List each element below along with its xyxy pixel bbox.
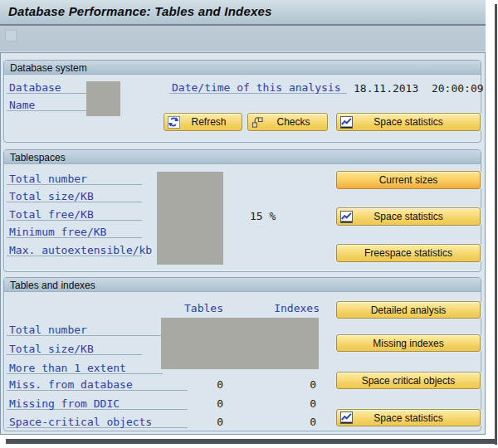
screenshot-shadow-right [495, 4, 497, 445]
refresh-button-label: Refresh [179, 116, 226, 128]
missing-indexes-button-label: Missing indexes [373, 338, 443, 349]
checks-button[interactable]: Checks [247, 113, 328, 131]
line-chart-icon [340, 116, 353, 129]
line-chart-icon [340, 411, 353, 424]
ts-minimum-free-label: Minimum free/KB [7, 226, 142, 238]
group-tables-indexes-header: Tables and indexes [4, 278, 481, 292]
missing-from-database-indexes-value: 0 [266, 378, 316, 391]
ts-total-free-label: Total free/KB [7, 208, 142, 221]
column-header-tables: Tables [152, 302, 223, 314]
refresh-button[interactable]: Refresh [164, 113, 242, 131]
detailed-analysis-button[interactable]: Detailed analysis [336, 301, 481, 319]
ts-total-size-label: Total size/KB [7, 190, 142, 202]
screenshot-shadow-bottom [6, 439, 497, 444]
refresh-icon [168, 116, 180, 129]
ti-more-than-1-extent-label: More than 1 extent [7, 362, 163, 374]
ti-missing-from-ddic-label: Missing from DDIC [7, 397, 188, 410]
application-toolbar [0, 26, 486, 52]
space-critical-objects-button-label: Space critical objects [362, 375, 456, 387]
page-title: Database Performance: Tables and Indexes [8, 4, 272, 18]
space-critical-tables-value: 0 [173, 416, 223, 428]
ti-total-number-label: Total number [7, 324, 163, 336]
redacted-tables-indexes-values [161, 318, 319, 369]
space-statistics-button-ts-label: Space statistics [374, 211, 442, 222]
current-sizes-button[interactable]: Current sizes [336, 171, 481, 189]
missing-from-ddic-indexes-value: 0 [266, 397, 316, 410]
datetime-analysis-value: 18.11.2013 20:00:09 [354, 82, 484, 95]
group-tablespaces-header: Tablespaces [4, 150, 481, 164]
toolbar-chip [5, 30, 17, 41]
ts-total-number-label: Total number [7, 173, 142, 185]
name-field-label: Name [7, 99, 88, 111]
space-statistics-button-ts[interactable]: Space statistics [336, 207, 481, 226]
redacted-database-name-value [86, 81, 120, 116]
space-statistics-button-db-label: Space statistics [374, 116, 442, 128]
freespace-statistics-button[interactable]: Freespace statistics [336, 244, 481, 262]
ti-missing-from-database-label: Miss. from database [7, 378, 188, 391]
group-tables-indexes: Tables and indexes Tables Indexes Total … [3, 277, 481, 431]
redacted-tablespace-values [157, 172, 223, 265]
space-critical-indexes-value: 0 [266, 416, 316, 428]
datetime-analysis-label: Date/time of this analysis [169, 81, 347, 94]
missing-indexes-button[interactable]: Missing indexes [336, 334, 481, 352]
database-field-label: Database [7, 81, 88, 94]
group-tablespaces: Tablespaces Total number Total size/KB T… [3, 149, 481, 272]
missing-from-ddic-tables-value: 0 [173, 397, 223, 410]
ts-max-autoextensible-label: Max. autoextensible/kb [7, 244, 142, 256]
sap-screen: Database Performance: Tables and Indexes… [0, 0, 498, 448]
group-database-system: Database system Database Name Date/time … [3, 60, 481, 143]
space-statistics-button-ti-label: Space statistics [374, 412, 442, 424]
checks-button-label: Checks [265, 116, 310, 128]
missing-from-database-tables-value: 0 [173, 378, 223, 391]
ts-free-percent-value: 15 % [250, 210, 276, 222]
title-bar: Database Performance: Tables and Indexes [0, 0, 486, 26]
column-header-indexes: Indexes [248, 302, 320, 314]
freespace-statistics-button-label: Freespace statistics [364, 247, 452, 259]
space-statistics-button-ti[interactable]: Space statistics [336, 409, 481, 426]
detailed-analysis-button-label: Detailed analysis [371, 304, 447, 316]
ti-total-size-label: Total size/KB [7, 343, 142, 355]
space-critical-objects-button[interactable]: Space critical objects [336, 372, 481, 389]
current-sizes-button-label: Current sizes [379, 174, 438, 186]
line-chart-icon [340, 211, 353, 223]
checks-lock-icon [251, 116, 264, 129]
space-statistics-button-db[interactable]: Space statistics [336, 113, 481, 131]
group-database-system-header: Database system [4, 61, 481, 75]
ti-space-critical-objects-label: Space-critical objects [7, 416, 188, 428]
